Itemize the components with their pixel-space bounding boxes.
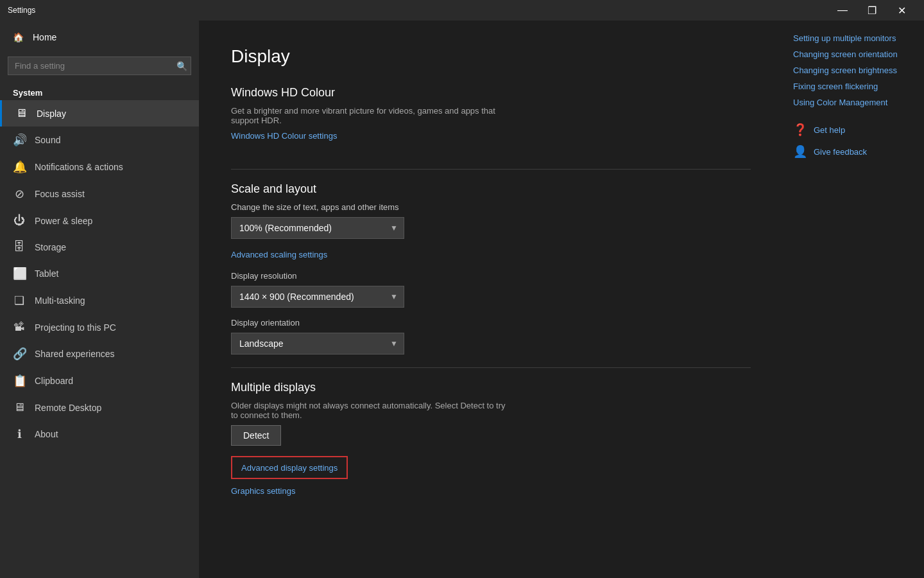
about-icon: ℹ: [13, 427, 26, 441]
scale-dropdown[interactable]: 100% (Recommended) 125% 150% 175%: [231, 217, 404, 239]
sidebar-item-sound-label: Sound: [35, 135, 60, 145]
give-feedback-label: Give feedback: [814, 147, 867, 157]
related-link-5[interactable]: Using Color Management: [793, 98, 914, 107]
related-links: Setting up multiple monitors Changing sc…: [793, 33, 914, 107]
advanced-display-settings-link[interactable]: Advanced display settings: [241, 463, 338, 473]
get-help-icon: ❓: [793, 123, 807, 137]
orientation-dropdown[interactable]: Landscape Portrait Landscape (flipped) P…: [231, 333, 404, 355]
sidebar-item-shared[interactable]: 🔗 Shared experiences: [0, 340, 199, 367]
sidebar-home[interactable]: 🏠 Home: [0, 21, 199, 54]
orientation-label: Display orientation: [231, 318, 751, 328]
right-panel: Setting up multiple monitors Changing sc…: [783, 21, 924, 578]
related-link-4[interactable]: Fixing screen flickering: [793, 82, 914, 91]
sidebar-item-display-label: Display: [37, 109, 66, 119]
clipboard-icon: 📋: [13, 374, 26, 388]
projecting-icon: 📽: [13, 320, 26, 334]
sidebar-section-label: System: [0, 83, 199, 100]
scale-title: Scale and layout: [231, 182, 751, 196]
sidebar: 🏠 Home 🔍 System 🖥 Display 🔊 Sound 🔔 Noti…: [0, 21, 199, 578]
resolution-label: Display resolution: [231, 271, 751, 281]
detect-button[interactable]: Detect: [231, 425, 281, 446]
get-help-item[interactable]: ❓ Get help: [793, 123, 914, 137]
give-feedback-icon: 👤: [793, 144, 807, 159]
orientation-dropdown-wrapper: Landscape Portrait Landscape (flipped) P…: [231, 333, 404, 355]
sidebar-item-focus[interactable]: ⊘ Focus assist: [0, 180, 199, 207]
sidebar-item-power-label: Power & sleep: [35, 216, 92, 226]
multiple-displays-section: Multiple displays Older displays might n…: [231, 381, 751, 507]
sidebar-item-remote[interactable]: 🖥 Remote Desktop: [0, 394, 199, 421]
resolution-dropdown-wrapper: 924 × 578 (Recommended) 1280 × 800 1024…: [231, 286, 404, 308]
sidebar-item-storage[interactable]: 🗄 Storage: [0, 234, 199, 260]
related-link-1[interactable]: Setting up multiple monitors: [793, 33, 914, 43]
sidebar-item-multitasking[interactable]: ❑ Multi-tasking: [0, 287, 199, 314]
power-icon: ⏻: [13, 214, 26, 227]
titlebar: Settings — ❐ ✕: [0, 0, 924, 21]
hdr-section: Windows HD Colour Get a brighter and mor…: [231, 86, 751, 156]
advanced-scaling-link[interactable]: Advanced scaling settings: [231, 250, 327, 259]
sound-icon: 🔊: [13, 133, 26, 147]
close-button[interactable]: ✕: [887, 0, 916, 21]
resolution-dropdown[interactable]: 924 × 578 (Recommended) 1280 × 800 1024…: [231, 286, 404, 308]
sidebar-item-sound[interactable]: 🔊 Sound: [0, 127, 199, 153]
maximize-button[interactable]: ❐: [857, 0, 887, 21]
sidebar-item-tablet[interactable]: ⬜ Tablet: [0, 260, 199, 287]
display-icon: 🖥: [15, 107, 28, 120]
search-button[interactable]: 🔍: [176, 61, 187, 71]
sidebar-item-multitasking-label: Multi-tasking: [35, 295, 85, 306]
sidebar-item-notifications[interactable]: 🔔 Notifications & actions: [0, 153, 199, 180]
scale-dropdown-wrapper: 100% (Recommended) 125% 150% 175% ▼: [231, 217, 404, 239]
focus-icon: ⊘: [13, 187, 26, 201]
app-body: 🏠 Home 🔍 System 🖥 Display 🔊 Sound 🔔 Noti…: [0, 21, 924, 578]
sidebar-item-shared-label: Shared experiences: [35, 349, 115, 359]
window-controls: — ❐ ✕: [828, 0, 916, 21]
related-link-2[interactable]: Changing screen orientation: [793, 49, 914, 59]
hdr-settings-link[interactable]: Windows HD Colour settings: [231, 131, 337, 141]
storage-icon: 🗄: [13, 240, 26, 254]
hdr-title: Windows HD Colour: [231, 86, 751, 100]
get-help-label: Get help: [814, 125, 845, 135]
remote-icon: 🖥: [13, 401, 26, 414]
main-content: Display Windows HD Colour Get a brighter…: [199, 21, 783, 578]
give-feedback-item[interactable]: 👤 Give feedback: [793, 144, 914, 159]
sidebar-item-remote-label: Remote Desktop: [35, 403, 101, 413]
notifications-icon: 🔔: [13, 160, 26, 174]
sidebar-item-storage-label: Storage: [35, 242, 66, 252]
sidebar-item-projecting-label: Projecting to this PC: [35, 322, 116, 333]
scale-label: Change the size of text, apps and other …: [231, 202, 751, 212]
sidebar-home-label: Home: [33, 32, 56, 42]
graphics-settings-link[interactable]: Graphics settings: [231, 486, 295, 496]
sidebar-item-about-label: About: [35, 429, 58, 439]
shared-icon: 🔗: [13, 347, 26, 361]
search-input[interactable]: [8, 57, 191, 75]
sidebar-item-focus-label: Focus assist: [35, 189, 85, 199]
related-link-3[interactable]: Changing screen brightness: [793, 66, 914, 75]
divider-2: [231, 367, 751, 368]
sidebar-item-clipboard[interactable]: 📋 Clipboard: [0, 367, 199, 394]
minimize-button[interactable]: —: [828, 0, 857, 21]
sidebar-item-about[interactable]: ℹ About: [0, 421, 199, 448]
multiple-displays-desc: Older displays might not always connect …: [231, 401, 513, 420]
sidebar-item-projecting[interactable]: 📽 Projecting to this PC: [0, 314, 199, 340]
sidebar-item-power[interactable]: ⏻ Power & sleep: [0, 207, 199, 234]
hdr-description: Get a brighter and more vibrant picture …: [231, 106, 513, 125]
multitasking-icon: ❑: [13, 293, 26, 308]
page-title: Display: [231, 46, 751, 67]
scale-section: Scale and layout Change the size of text…: [231, 182, 751, 355]
sidebar-item-notifications-label: Notifications & actions: [35, 162, 123, 172]
search-box: 🔍: [8, 57, 191, 75]
home-icon: 🏠: [13, 32, 24, 42]
divider-1: [231, 169, 751, 170]
sidebar-item-tablet-label: Tablet: [35, 268, 58, 279]
sidebar-item-display[interactable]: 🖥 Display: [0, 100, 199, 127]
tablet-icon: ⬜: [13, 267, 26, 281]
app-title: Settings: [8, 6, 35, 15]
advanced-display-settings-box: Advanced display settings: [231, 456, 348, 479]
sidebar-item-clipboard-label: Clipboard: [35, 376, 73, 386]
multiple-displays-title: Multiple displays: [231, 381, 751, 394]
